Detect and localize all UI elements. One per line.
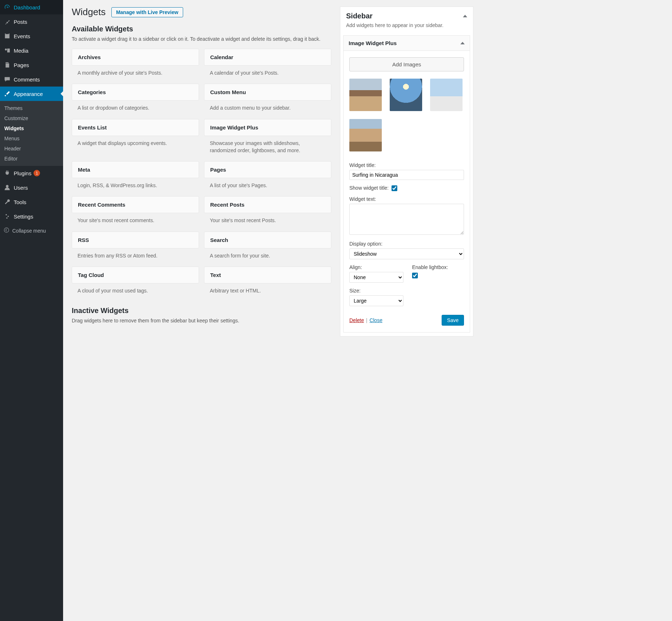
subnav-menus[interactable]: Menus	[0, 133, 63, 144]
left-column: Widgets Manage with Live Preview Availab…	[72, 6, 331, 615]
nav-label: Pages	[14, 62, 29, 68]
align-label: Align:	[349, 264, 403, 270]
widget-categories[interactable]: Categories	[72, 84, 199, 101]
delete-link[interactable]: Delete	[349, 317, 364, 323]
collapse-menu[interactable]: Collapse menu	[0, 224, 63, 238]
widget-desc: A widget that displays upcoming events.	[72, 136, 199, 149]
widget-events-list[interactable]: Events List	[72, 119, 199, 136]
widget-recent-comments[interactable]: Recent Comments	[72, 196, 199, 213]
nav-posts[interactable]: Posts	[0, 14, 63, 29]
widget-recent-posts[interactable]: Recent Posts	[204, 196, 331, 213]
nav-comments[interactable]: Comments	[0, 72, 63, 87]
image-thumbnail[interactable]	[349, 79, 382, 111]
widget-search[interactable]: Search	[204, 232, 331, 248]
live-preview-button[interactable]: Manage with Live Preview	[111, 7, 183, 17]
widget-desc: A cloud of your most used tags.	[72, 283, 199, 296]
lightbox-row: Enable lightbox:	[412, 264, 448, 283]
nav-users[interactable]: Users	[0, 180, 63, 195]
inactive-widgets-heading: Inactive Widgets	[72, 307, 331, 315]
image-thumbnail[interactable]	[349, 119, 382, 151]
subnav-editor[interactable]: Editor	[0, 154, 63, 164]
widget-text-textarea[interactable]	[349, 204, 464, 235]
brush-icon	[4, 90, 11, 97]
widget-grid: ArchivesA monthly archive of your site's…	[72, 49, 331, 296]
widget-tag-cloud[interactable]: Tag Cloud	[72, 267, 199, 283]
sidebar-panel-header[interactable]: Sidebar	[340, 7, 473, 22]
nav-events[interactable]: Events	[0, 29, 63, 43]
nav-label: Events	[14, 33, 30, 39]
widget-text[interactable]: Text	[204, 267, 331, 283]
widget-title-input[interactable]	[349, 170, 464, 180]
svg-point-0	[5, 49, 7, 50]
add-images-button[interactable]: Add Images	[349, 57, 464, 71]
nav-dashboard[interactable]: Dashboard	[0, 0, 63, 14]
widget-title-row: Widget title:	[349, 162, 464, 180]
widget-instance-body: Add Images Widget title: Show widget tit…	[344, 51, 470, 332]
dashboard-icon	[4, 4, 11, 11]
widget-pages[interactable]: Pages	[204, 161, 331, 178]
image-thumbnail[interactable]	[390, 79, 422, 111]
widget-custom-menu[interactable]: Custom Menu	[204, 84, 331, 101]
widget-rss[interactable]: RSS	[72, 232, 199, 248]
sidebar-panel-title: Sidebar	[346, 12, 372, 20]
nav-settings[interactable]: Settings	[0, 209, 63, 224]
divider: |	[366, 317, 367, 323]
widget-desc: Your site's most recent Posts.	[204, 213, 331, 226]
widget-image-widget-plus[interactable]: Image Widget Plus	[204, 119, 331, 136]
widget-text-label: Widget text:	[349, 196, 464, 202]
widget-desc: Showcase your images with slideshows, ra…	[204, 136, 331, 157]
inactive-widgets-section: Inactive Widgets Drag widgets here to re…	[72, 307, 331, 325]
widget-archives[interactable]: Archives	[72, 49, 199, 66]
size-select[interactable]: Large	[349, 295, 403, 306]
align-select[interactable]: None	[349, 272, 403, 283]
widget-desc: A monthly archive of your site's Posts.	[72, 66, 199, 79]
image-thumbnail[interactable]	[430, 79, 463, 111]
nav-tools[interactable]: Tools	[0, 195, 63, 209]
nav-pages[interactable]: Pages	[0, 58, 63, 72]
svg-point-4	[6, 217, 8, 219]
caret-up-icon[interactable]	[463, 15, 467, 17]
size-row: Size: Large	[349, 288, 403, 306]
save-button[interactable]: Save	[442, 315, 464, 326]
widget-text-row: Widget text:	[349, 196, 464, 236]
show-widget-title-checkbox[interactable]	[392, 185, 397, 191]
comment-icon	[4, 76, 11, 83]
media-icon	[4, 47, 11, 54]
available-widgets-desc: To activate a widget drag it to a sideba…	[72, 35, 331, 43]
subnav-customize[interactable]: Customize	[0, 113, 63, 123]
nav-media[interactable]: Media	[0, 43, 63, 58]
subnav-themes[interactable]: Themes	[0, 103, 63, 113]
svg-point-5	[4, 228, 9, 233]
image-thumbnails	[349, 79, 464, 151]
widget-instance-header[interactable]: Image Widget Plus	[344, 36, 470, 51]
plug-icon	[4, 169, 11, 177]
admin-sidebar: Dashboard Posts Events Media Pages Comme…	[0, 0, 63, 621]
lightbox-label: Enable lightbox:	[412, 264, 448, 270]
plugins-badge: 1	[34, 170, 40, 176]
main-content: Widgets Manage with Live Preview Availab…	[63, 0, 672, 621]
widget-desc: Login, RSS, & WordPress.org links.	[72, 178, 199, 191]
calendar-icon	[4, 32, 11, 40]
nav-label: Users	[14, 185, 28, 191]
subnav-header[interactable]: Header	[0, 144, 63, 154]
widget-desc: A list of your site's Pages.	[204, 178, 331, 191]
page-title: Widgets	[72, 6, 106, 18]
svg-point-1	[6, 185, 8, 188]
size-label: Size:	[349, 288, 403, 294]
show-widget-title-label: Show widget title:	[349, 185, 389, 191]
widget-desc: A search form for your site.	[204, 248, 331, 261]
widget-meta[interactable]: Meta	[72, 161, 199, 178]
close-link[interactable]: Close	[370, 317, 383, 323]
page-header: Widgets Manage with Live Preview	[72, 6, 331, 18]
lightbox-checkbox[interactable]	[412, 273, 418, 278]
nav-label: Media	[14, 48, 28, 54]
display-option-select[interactable]: Slideshow	[349, 248, 464, 259]
nav-plugins[interactable]: Plugins 1	[0, 166, 63, 180]
user-icon	[4, 184, 11, 191]
caret-up-icon[interactable]	[460, 42, 465, 44]
sidebar-panel-desc: Add widgets here to appear in your sideb…	[340, 22, 473, 33]
subnav-widgets[interactable]: Widgets	[0, 123, 63, 133]
nav-appearance[interactable]: Appearance	[0, 87, 63, 101]
widget-calendar[interactable]: Calendar	[204, 49, 331, 66]
collapse-label: Collapse menu	[12, 228, 46, 234]
